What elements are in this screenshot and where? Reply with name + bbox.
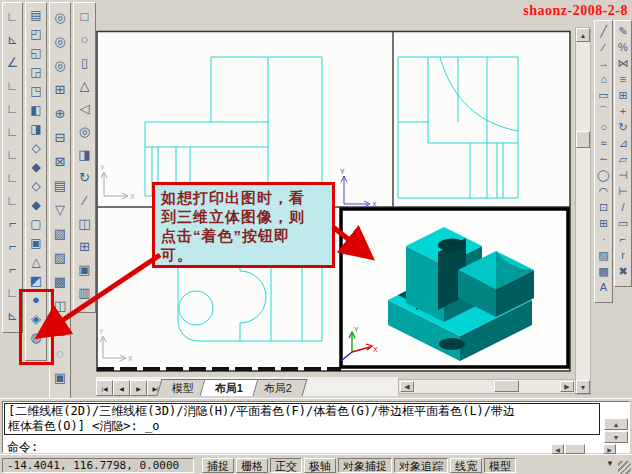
hatch-icon[interactable]: ▨ xyxy=(595,247,612,263)
scroll-right-button[interactable]: ▶ xyxy=(560,381,574,392)
move-icon[interactable]: + xyxy=(615,103,632,119)
world-ucs-icon[interactable]: ⊾ xyxy=(4,28,21,51)
box-icon[interactable]: □ xyxy=(76,5,93,28)
torus-icon[interactable]: ◎ xyxy=(76,120,93,143)
ucs-icon[interactable]: ∟ xyxy=(4,5,21,28)
offset-icon[interactable]: ≡ xyxy=(615,71,632,87)
trim-icon[interactable]: ⊣ xyxy=(615,167,632,183)
line-icon[interactable]: ╱ xyxy=(595,23,612,39)
cone-icon[interactable]: △ xyxy=(76,74,93,97)
section-icon[interactable]: ◫ xyxy=(76,212,93,235)
erase-icon[interactable]: ✎ xyxy=(615,23,632,39)
rectangle-icon[interactable]: ▭ xyxy=(595,87,612,103)
slice-icon[interactable]: ∕ xyxy=(76,189,93,212)
color-faces-icon[interactable]: ▨ xyxy=(52,245,69,269)
revolve-icon[interactable]: ↻ xyxy=(76,166,93,189)
previous-ucs-icon[interactable]: ∠ xyxy=(4,51,21,74)
break-icon[interactable]: / xyxy=(615,199,632,215)
scroll-left-button[interactable]: ◀ xyxy=(400,381,414,392)
z-axis-vector-ucs-icon[interactable]: ∟ xyxy=(4,166,21,189)
separate-icon[interactable]: ◌ xyxy=(52,341,69,365)
scroll-down-button[interactable]: ▼ xyxy=(576,380,590,394)
command-scroll-right-button[interactable]: ▶ xyxy=(603,444,616,454)
flat-shaded-icon[interactable]: ◩ xyxy=(28,271,45,290)
command-scroll-left-button[interactable]: ◀ xyxy=(551,444,564,454)
toggle-polar[interactable]: 极轴 xyxy=(304,458,336,473)
chamfer-icon[interactable]: ▭ xyxy=(615,215,632,231)
imprint-icon[interactable]: ◫ xyxy=(52,293,69,317)
wedge-icon[interactable]: ◁ xyxy=(76,97,93,120)
sw-isometric-view-icon[interactable]: ◇ xyxy=(28,138,45,157)
mirror-icon[interactable]: ⋈ xyxy=(615,55,632,71)
3-point-ucs-icon[interactable]: ∟ xyxy=(4,189,21,212)
horizontal-scrollbar[interactable]: ◀ ▶ xyxy=(398,379,576,394)
revision-cloud-icon[interactable]: ≈ xyxy=(595,135,612,151)
wireframe-cube-icon[interactable]: △ xyxy=(28,252,45,271)
named-views-icon[interactable]: ▤ xyxy=(28,5,45,24)
toggle-lineweight[interactable]: 线宽 xyxy=(450,458,482,473)
interfere-icon[interactable]: ⊞ xyxy=(76,235,93,258)
tab-layout1[interactable]: 布局1 xyxy=(200,379,259,396)
command-text-area[interactable]: [二维线框(2D)/三维线框(3D)/消隐(H)/平面着色(F)/体着色(G)/… xyxy=(2,401,630,453)
polygon-icon[interactable]: ⌂ xyxy=(595,71,612,87)
shell-icon[interactable]: ▣ xyxy=(52,365,69,389)
region-icon[interactable]: ▩ xyxy=(595,263,612,279)
top-view-icon[interactable]: ◰ xyxy=(28,24,45,43)
copy-icon[interactable]: % xyxy=(615,39,632,55)
array-icon[interactable]: ⊞ xyxy=(615,87,632,103)
status-menu-arrow-icon[interactable]: ▼ xyxy=(606,459,614,468)
taper-faces-icon[interactable]: ▽ xyxy=(52,197,69,221)
fillet-radius-icon[interactable]: r xyxy=(615,247,632,263)
vertical-scrollbar[interactable]: ▲ ▼ xyxy=(575,27,591,395)
nw-isometric-view-icon[interactable]: ◆ xyxy=(28,195,45,214)
setup-drawing-icon[interactable]: ▣ xyxy=(76,258,93,281)
rotate-faces-icon[interactable]: ▤ xyxy=(52,173,69,197)
text-style-icon[interactable]: ▣ xyxy=(28,233,45,252)
x-rotate-ucs-icon[interactable]: ⌐ xyxy=(4,212,21,235)
copy-faces-icon[interactable]: ▧ xyxy=(52,221,69,245)
multiline-text-icon[interactable]: A xyxy=(595,279,612,295)
point-icon[interactable]: · xyxy=(595,231,612,247)
offset-faces-icon[interactable]: ⊟ xyxy=(52,125,69,149)
clean-icon[interactable]: ▦ xyxy=(52,317,69,341)
spline-icon[interactable]: ∼ xyxy=(595,151,612,167)
setup-view-icon[interactable]: ▥ xyxy=(76,281,93,304)
toggle-snap[interactable]: 捕捉 xyxy=(202,458,234,473)
toggle-otrack[interactable]: 对象追踪 xyxy=(394,458,448,473)
ellipse-arc-icon[interactable]: ◠ xyxy=(595,183,612,199)
sphere-icon[interactable]: ○ xyxy=(76,28,93,51)
tab-nav-button-2[interactable]: ▶ xyxy=(130,380,147,396)
delete-faces-icon[interactable]: ⊠ xyxy=(52,149,69,173)
origin-ucs-icon[interactable]: ∟ xyxy=(4,143,21,166)
circle-icon[interactable]: ○ xyxy=(595,119,612,135)
object-ucs-icon[interactable]: ∟ xyxy=(4,97,21,120)
polyline-icon[interactable]: → xyxy=(595,55,612,71)
vertical-scroll-thumb[interactable] xyxy=(576,131,590,148)
front-view-icon[interactable]: ◧ xyxy=(28,100,45,119)
subtract-icon[interactable]: ◎ xyxy=(52,29,69,53)
resize-grip[interactable] xyxy=(618,461,631,474)
extend-icon[interactable]: ⊢ xyxy=(615,183,632,199)
fillet-icon[interactable]: ⌐ xyxy=(615,231,632,247)
construction-line-icon[interactable]: ∕ xyxy=(595,39,612,55)
union-icon[interactable]: ◎ xyxy=(52,5,69,29)
stretch-icon[interactable]: ▱ xyxy=(615,151,632,167)
right-view-icon[interactable]: ◳ xyxy=(28,81,45,100)
se-isometric-view-icon[interactable]: ◆ xyxy=(28,157,45,176)
command-scroll-down-button[interactable]: ▼ xyxy=(604,431,628,443)
horizontal-scroll-thumb[interactable] xyxy=(494,380,519,392)
scroll-up-button[interactable]: ▲ xyxy=(576,28,590,42)
intersect-icon[interactable]: ◎ xyxy=(52,53,69,77)
ne-isometric-view-icon[interactable]: ◇ xyxy=(28,176,45,195)
toggle-ortho[interactable]: 正交 xyxy=(270,458,302,473)
left-view-icon[interactable]: ◲ xyxy=(28,62,45,81)
view-ucs-icon[interactable]: ∟ xyxy=(4,120,21,143)
move-faces-icon[interactable]: ⊕ xyxy=(52,101,69,125)
insert-block-icon[interactable]: ⊡ xyxy=(595,199,612,215)
cylinder-icon[interactable]: ▯ xyxy=(76,51,93,74)
bottom-view-icon[interactable]: ◱ xyxy=(28,43,45,62)
ellipse-icon[interactable]: ◯ xyxy=(595,167,612,183)
extrude-icon[interactable]: ◨ xyxy=(76,143,93,166)
command-hscroll-thumb[interactable] xyxy=(565,444,585,454)
arc-icon[interactable]: ⌒ xyxy=(595,103,612,119)
